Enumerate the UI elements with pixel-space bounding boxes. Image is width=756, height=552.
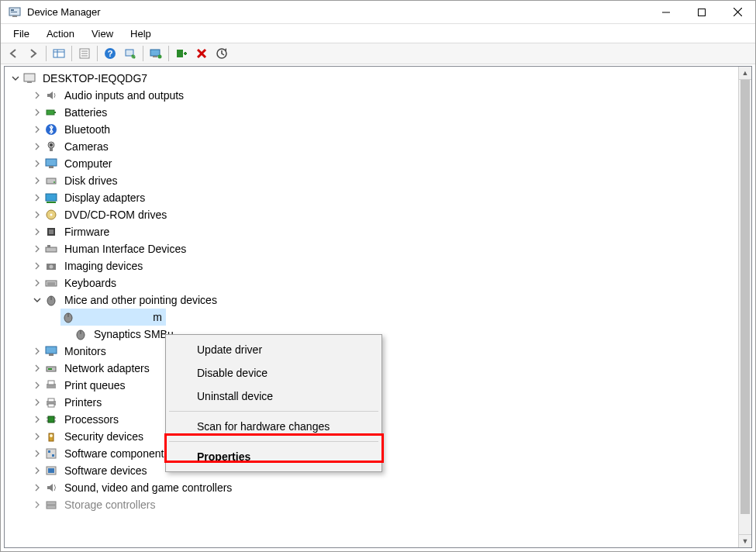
expand-icon[interactable]	[31, 89, 43, 102]
ctx-properties[interactable]: Properties	[166, 445, 381, 468]
svg-rect-58	[49, 354, 54, 356]
tree-category-cameras[interactable]: Cameras	[9, 138, 738, 155]
collapse-icon[interactable]	[9, 72, 22, 85]
tree-item-label: Imaging devices	[62, 259, 145, 273]
tree-category-batteries[interactable]: Batteries	[9, 104, 738, 121]
ctx-item-label: Disable device	[197, 367, 268, 379]
expand-icon[interactable]	[31, 243, 43, 255]
expand-icon[interactable]	[31, 413, 43, 426]
expand-icon[interactable]	[31, 464, 43, 477]
svg-rect-26	[24, 74, 35, 81]
expand-icon[interactable]	[31, 191, 43, 204]
back-arrow-icon[interactable]	[4, 44, 22, 63]
vertical-scrollbar[interactable]: ▲ ▼	[738, 67, 751, 547]
tree-category-bluetooth[interactable]: Bluetooth	[9, 121, 738, 138]
tree-item-label: Batteries	[62, 105, 109, 119]
tree-category-mice[interactable]: Mice and other pointing devices	[9, 292, 738, 309]
expand-icon[interactable]	[31, 481, 43, 494]
ctx-disable-device[interactable]: Disable device	[166, 361, 381, 385]
imaging-icon	[43, 260, 59, 272]
tree-item-label: Firmware	[62, 225, 112, 239]
close-button[interactable]	[720, 1, 755, 24]
tree-item-label: Synaptics SMBu	[91, 327, 176, 341]
tree-category-audio[interactable]: Audio inputs and outputs	[9, 87, 738, 104]
tree-item-label: Security devices	[62, 430, 146, 443]
expand-icon[interactable]	[31, 362, 43, 374]
expand-icon[interactable]	[31, 396, 43, 409]
uninstall-icon[interactable]	[192, 44, 211, 63]
swcomp-icon	[43, 447, 59, 460]
tree-category-keyboards[interactable]: Keyboards	[9, 274, 738, 292]
menu-view[interactable]: View	[84, 26, 121, 41]
svg-rect-5	[699, 9, 706, 16]
tree-device-selected[interactable]: m	[9, 309, 738, 326]
toolbar-separator	[71, 46, 72, 61]
cpu-icon	[43, 413, 59, 426]
tree-category-dvd[interactable]: DVD/CD-ROM drives	[9, 206, 738, 223]
expand-icon[interactable]	[31, 209, 43, 221]
expand-icon[interactable]	[31, 379, 43, 392]
menubar: File Action View Help	[1, 24, 755, 43]
toolbar: ?	[1, 43, 755, 64]
ctx-update-driver[interactable]: Update driver	[166, 338, 381, 361]
ctx-item-label: Scan for hardware changes	[197, 420, 330, 433]
expand-icon[interactable]	[31, 499, 43, 511]
device-tree[interactable]: DESKTOP-IEQQDG7 Audio inputs and outputs…	[5, 67, 738, 547]
expand-icon[interactable]	[31, 226, 43, 238]
tree-root[interactable]: DESKTOP-IEQQDG7	[9, 70, 738, 87]
keyboard-icon	[43, 277, 59, 289]
svg-rect-38	[46, 194, 57, 201]
tree-item-label: Keyboards	[62, 276, 119, 290]
update-driver-icon[interactable]	[212, 44, 231, 63]
expand-icon[interactable]	[31, 106, 43, 119]
ctx-separator	[169, 441, 378, 442]
scan-hardware-icon[interactable]	[121, 44, 140, 63]
tree-category-disk[interactable]: Disk drives	[9, 172, 738, 189]
svg-rect-29	[54, 112, 56, 113]
expand-icon[interactable]	[31, 447, 43, 460]
tree-item-label: Sound, video and game controllers	[62, 481, 234, 495]
tree-item-label: Mice and other pointing devices	[62, 293, 219, 307]
scroll-up-icon[interactable]: ▲	[739, 67, 751, 80]
svg-rect-78	[47, 502, 56, 505]
expand-icon[interactable]	[31, 430, 43, 443]
scroll-thumb[interactable]	[740, 80, 750, 514]
tree-item-label: Display adapters	[62, 191, 147, 205]
properties-icon[interactable]	[75, 44, 94, 63]
menu-file[interactable]: File	[5, 26, 37, 41]
menu-help[interactable]: Help	[123, 26, 159, 41]
tree-category-imaging[interactable]: Imaging devices	[9, 257, 738, 274]
minimize-button[interactable]	[648, 1, 684, 24]
help-icon[interactable]: ?	[101, 44, 119, 63]
expand-icon[interactable]	[31, 277, 43, 289]
expand-icon[interactable]	[31, 123, 43, 136]
expand-icon[interactable]	[31, 345, 43, 357]
ctx-scan-hardware[interactable]: Scan for hardware changes	[166, 415, 381, 438]
tree-category-hid[interactable]: Human Interface Devices	[9, 240, 738, 257]
tree-category-sound[interactable]: Sound, video and game controllers	[9, 479, 738, 496]
expand-icon[interactable]	[31, 260, 43, 272]
expand-icon[interactable]	[31, 174, 43, 187]
svg-rect-44	[46, 247, 57, 252]
svg-point-41	[50, 214, 53, 216]
toolbar-separator	[143, 46, 143, 61]
menu-action[interactable]: Action	[39, 26, 82, 41]
scroll-down-icon[interactable]: ▼	[739, 534, 751, 547]
tree-category-computer[interactable]: Computer	[9, 155, 738, 172]
tree-item-label: Print queues	[62, 378, 128, 392]
tree-category-storage[interactable]: Storage controllers	[9, 496, 738, 513]
forward-arrow-icon[interactable]	[24, 44, 43, 63]
ctx-uninstall-device[interactable]: Uninstall device	[166, 385, 381, 408]
expand-icon[interactable]	[31, 157, 43, 170]
expand-icon[interactable]	[31, 140, 43, 153]
tree-category-display[interactable]: Display adapters	[9, 189, 738, 206]
add-legacy-icon[interactable]	[172, 44, 191, 63]
maximize-button[interactable]	[684, 1, 720, 24]
collapse-icon[interactable]	[31, 294, 43, 306]
svg-point-32	[50, 143, 53, 147]
monitor-remote-icon[interactable]	[147, 44, 165, 63]
show-hidden-icon[interactable]	[50, 44, 68, 63]
svg-rect-75	[52, 454, 54, 457]
computer-root-icon	[22, 72, 37, 85]
tree-category-firmware[interactable]: Firmware	[9, 223, 738, 240]
